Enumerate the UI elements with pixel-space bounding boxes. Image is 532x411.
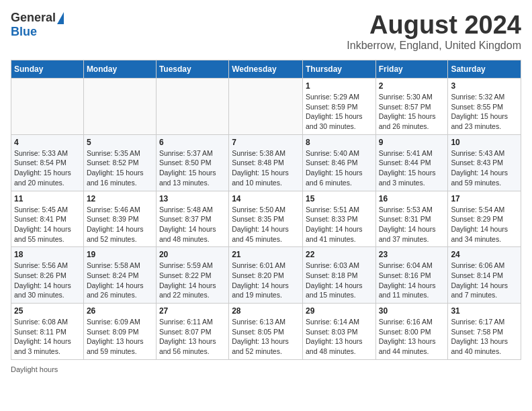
day-cell: 14Sunrise: 5:50 AMSunset: 8:35 PMDayligh…: [229, 191, 303, 247]
week-row-3: 11Sunrise: 5:45 AMSunset: 8:41 PMDayligh…: [11, 191, 521, 247]
day-cell: [156, 79, 228, 135]
day-number: 8: [306, 138, 373, 147]
day-cell: 12Sunrise: 5:46 AMSunset: 8:39 PMDayligh…: [83, 191, 156, 247]
day-number: 12: [87, 194, 153, 203]
day-cell: 30Sunrise: 6:16 AMSunset: 8:00 PMDayligh…: [375, 304, 448, 360]
day-info: Sunrise: 5:58 AMSunset: 8:24 PMDaylight:…: [87, 261, 153, 300]
day-cell: 19Sunrise: 5:58 AMSunset: 8:24 PMDayligh…: [83, 247, 156, 304]
day-cell: 25Sunrise: 6:08 AMSunset: 8:11 PMDayligh…: [11, 304, 84, 360]
day-number: 25: [14, 306, 81, 316]
day-cell: 20Sunrise: 5:59 AMSunset: 8:22 PMDayligh…: [156, 247, 228, 304]
day-cell: 22Sunrise: 6:03 AMSunset: 8:18 PMDayligh…: [302, 247, 375, 304]
day-info: Sunrise: 6:06 AMSunset: 8:14 PMDaylight:…: [451, 261, 518, 300]
day-cell: [83, 79, 156, 135]
day-number: 27: [159, 306, 226, 316]
day-number: 20: [159, 250, 226, 259]
day-info: Sunrise: 5:40 AMSunset: 8:46 PMDaylight:…: [306, 148, 373, 188]
week-row-5: 25Sunrise: 6:08 AMSunset: 8:11 PMDayligh…: [11, 304, 521, 360]
day-info: Sunrise: 6:01 AMSunset: 8:20 PMDaylight:…: [232, 261, 300, 300]
day-number: 2: [379, 81, 445, 91]
day-info: Sunrise: 5:59 AMSunset: 8:22 PMDaylight:…: [159, 261, 226, 300]
day-header-tuesday: Tuesday: [156, 60, 228, 79]
day-header-friday: Friday: [375, 60, 448, 79]
day-info: Sunrise: 5:46 AMSunset: 8:39 PMDaylight:…: [87, 205, 153, 244]
day-cell: [229, 79, 303, 135]
day-cell: 9Sunrise: 5:41 AMSunset: 8:44 PMDaylight…: [375, 134, 448, 191]
day-info: Sunrise: 6:16 AMSunset: 8:00 PMDaylight:…: [379, 317, 445, 357]
day-number: 6: [159, 138, 226, 147]
day-info: Sunrise: 6:08 AMSunset: 8:11 PMDaylight:…: [14, 317, 81, 357]
day-cell: 21Sunrise: 6:01 AMSunset: 8:20 PMDayligh…: [229, 247, 303, 304]
day-info: Sunrise: 5:41 AMSunset: 8:44 PMDaylight:…: [379, 148, 445, 188]
day-number: 17: [451, 194, 518, 203]
day-number: 16: [379, 194, 445, 203]
day-number: 7: [232, 138, 300, 147]
day-number: 28: [232, 306, 300, 316]
day-cell: 8Sunrise: 5:40 AMSunset: 8:46 PMDaylight…: [302, 134, 375, 191]
day-info: Sunrise: 5:48 AMSunset: 8:37 PMDaylight:…: [159, 205, 226, 244]
day-info: Sunrise: 6:03 AMSunset: 8:18 PMDaylight:…: [306, 261, 373, 300]
day-cell: 31Sunrise: 6:17 AMSunset: 7:58 PMDayligh…: [448, 304, 521, 360]
week-row-2: 4Sunrise: 5:33 AMSunset: 8:54 PMDaylight…: [11, 134, 521, 191]
header-row: SundayMondayTuesdayWednesdayThursdayFrid…: [11, 60, 521, 79]
day-cell: 15Sunrise: 5:51 AMSunset: 8:33 PMDayligh…: [302, 191, 375, 247]
day-number: 9: [379, 138, 445, 147]
day-header-wednesday: Wednesday: [229, 60, 303, 79]
day-cell: 29Sunrise: 6:14 AMSunset: 8:03 PMDayligh…: [302, 304, 375, 360]
day-number: 3: [451, 81, 518, 91]
day-number: 31: [451, 306, 518, 316]
day-number: 30: [379, 306, 445, 316]
logo: General Blue: [11, 11, 64, 39]
day-info: Sunrise: 5:29 AMSunset: 8:59 PMDaylight:…: [306, 92, 373, 132]
day-number: 1: [306, 81, 373, 91]
day-info: Sunrise: 5:38 AMSunset: 8:48 PMDaylight:…: [232, 148, 300, 188]
day-info: Sunrise: 5:30 AMSunset: 8:57 PMDaylight:…: [379, 92, 445, 132]
day-cell: 11Sunrise: 5:45 AMSunset: 8:41 PMDayligh…: [11, 191, 84, 247]
daylight-label: Daylight hours: [11, 365, 58, 373]
day-number: 11: [14, 194, 81, 203]
day-cell: 5Sunrise: 5:35 AMSunset: 8:52 PMDaylight…: [83, 134, 156, 191]
location-title: Inkberrow, England, United Kingdom: [347, 40, 521, 52]
day-number: 13: [159, 194, 226, 203]
calendar-body: 1Sunrise: 5:29 AMSunset: 8:59 PMDaylight…: [11, 79, 521, 360]
day-number: 5: [87, 138, 153, 147]
day-number: 18: [14, 250, 81, 259]
day-cell: 23Sunrise: 6:04 AMSunset: 8:16 PMDayligh…: [375, 247, 448, 304]
day-info: Sunrise: 5:50 AMSunset: 8:35 PMDaylight:…: [232, 205, 300, 244]
day-info: Sunrise: 6:11 AMSunset: 8:07 PMDaylight:…: [159, 317, 226, 357]
day-info: Sunrise: 5:51 AMSunset: 8:33 PMDaylight:…: [306, 205, 373, 244]
logo-triangle-icon: [57, 12, 64, 24]
day-info: Sunrise: 5:33 AMSunset: 8:54 PMDaylight:…: [14, 148, 81, 188]
day-cell: [11, 79, 84, 135]
day-cell: 4Sunrise: 5:33 AMSunset: 8:54 PMDaylight…: [11, 134, 84, 191]
day-info: Sunrise: 5:35 AMSunset: 8:52 PMDaylight:…: [87, 148, 153, 188]
day-number: 10: [451, 138, 518, 147]
day-info: Sunrise: 6:14 AMSunset: 8:03 PMDaylight:…: [306, 317, 373, 357]
day-number: 21: [232, 250, 300, 259]
calendar-header: SundayMondayTuesdayWednesdayThursdayFrid…: [11, 60, 521, 79]
day-cell: 26Sunrise: 6:09 AMSunset: 8:09 PMDayligh…: [83, 304, 156, 360]
day-cell: 10Sunrise: 5:43 AMSunset: 8:43 PMDayligh…: [448, 134, 521, 191]
day-cell: 1Sunrise: 5:29 AMSunset: 8:59 PMDaylight…: [302, 79, 375, 135]
day-info: Sunrise: 6:04 AMSunset: 8:16 PMDaylight:…: [379, 261, 445, 300]
day-cell: 3Sunrise: 5:32 AMSunset: 8:55 PMDaylight…: [448, 79, 521, 135]
title-section: August 2024 Inkberrow, England, United K…: [347, 11, 521, 52]
day-cell: 28Sunrise: 6:13 AMSunset: 8:05 PMDayligh…: [229, 304, 303, 360]
day-cell: 18Sunrise: 5:56 AMSunset: 8:26 PMDayligh…: [11, 247, 84, 304]
week-row-1: 1Sunrise: 5:29 AMSunset: 8:59 PMDaylight…: [11, 79, 521, 135]
day-header-saturday: Saturday: [448, 60, 521, 79]
day-number: 23: [379, 250, 445, 259]
day-cell: 24Sunrise: 6:06 AMSunset: 8:14 PMDayligh…: [448, 247, 521, 304]
day-cell: 27Sunrise: 6:11 AMSunset: 8:07 PMDayligh…: [156, 304, 228, 360]
day-number: 14: [232, 194, 300, 203]
day-info: Sunrise: 6:17 AMSunset: 7:58 PMDaylight:…: [451, 317, 518, 357]
day-cell: 17Sunrise: 5:54 AMSunset: 8:29 PMDayligh…: [448, 191, 521, 247]
day-info: Sunrise: 6:09 AMSunset: 8:09 PMDaylight:…: [87, 317, 153, 357]
logo-general-text: General: [11, 11, 56, 25]
day-header-monday: Monday: [83, 60, 156, 79]
day-info: Sunrise: 5:32 AMSunset: 8:55 PMDaylight:…: [451, 92, 518, 132]
day-info: Sunrise: 5:45 AMSunset: 8:41 PMDaylight:…: [14, 205, 81, 244]
day-header-sunday: Sunday: [11, 60, 84, 79]
day-cell: 2Sunrise: 5:30 AMSunset: 8:57 PMDaylight…: [375, 79, 448, 135]
page-header: General Blue August 2024 Inkberrow, Engl…: [11, 11, 521, 52]
